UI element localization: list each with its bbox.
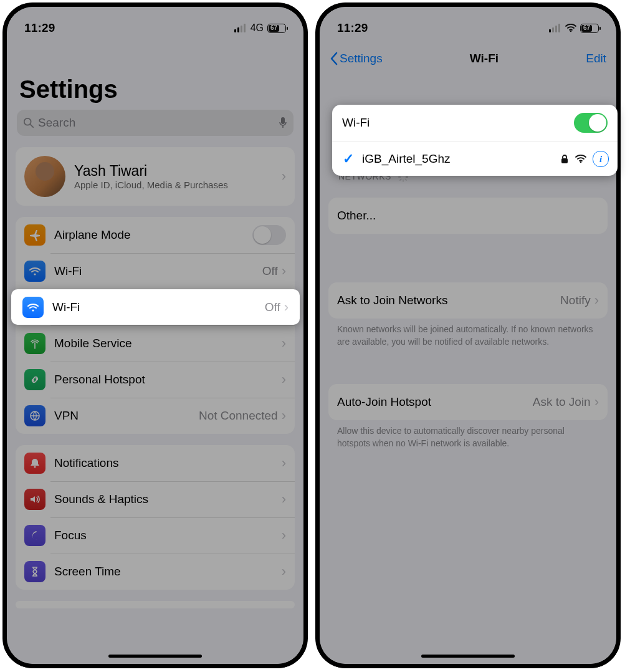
profile-sub: Apple ID, iCloud, Media & Purchases — [74, 180, 278, 190]
row-label: Mobile Service — [54, 337, 278, 350]
svg-point-8 — [34, 273, 36, 275]
row-label: Auto-Join Hotspot — [337, 395, 533, 409]
row-value: Notify — [560, 294, 591, 307]
search-input[interactable]: Search — [17, 110, 294, 136]
chevron-right-icon: › — [278, 408, 286, 424]
cellular-icon — [549, 24, 561, 32]
cellular-icon — [234, 24, 247, 32]
row-screentime[interactable]: Screen Time › — [16, 554, 295, 590]
mic-icon — [279, 117, 287, 129]
row-vpn[interactable]: VPN Not Connected › — [16, 398, 295, 434]
row-wifi[interactable]: Wi-Fi Off › — [16, 253, 295, 289]
wifi-status-icon — [565, 24, 576, 32]
networks-header: NETWORKS — [320, 153, 616, 186]
row-label: Sounds & Haptics — [54, 492, 278, 506]
airplane-icon — [24, 224, 45, 246]
svg-rect-11 — [549, 29, 551, 32]
ask-footer: Known networks will be joined automatica… — [320, 319, 616, 348]
status-bar: 11:29 67 — [320, 7, 616, 46]
row-label: Airplane Mode — [54, 228, 252, 242]
row-other[interactable]: Other... — [328, 198, 608, 234]
row-focus[interactable]: Focus › — [16, 517, 295, 554]
row-value: On — [262, 300, 277, 314]
ask-card: Ask to Join Networks Notify › — [328, 282, 608, 319]
networks-card: Other... — [328, 198, 608, 234]
chevron-right-icon: › — [278, 263, 286, 279]
row-label: Wi-Fi — [54, 264, 262, 278]
avatar — [24, 156, 65, 197]
edit-button[interactable]: Edit — [586, 52, 606, 65]
row-label: Notifications — [54, 456, 278, 470]
search-icon — [23, 117, 34, 128]
profile-name: Yash Tiwari — [74, 163, 278, 180]
profile-card[interactable]: Yash Tiwari Apple ID, iCloud, Media & Pu… — [16, 147, 295, 206]
row-label: Screen Time — [54, 565, 278, 578]
row-mobile-service[interactable]: Mobile Service › — [16, 325, 295, 362]
svg-line-22 — [400, 180, 401, 181]
row-auto-join[interactable]: Auto-Join Hotspot Ask to Join › — [328, 384, 608, 420]
chevron-right-icon: › — [278, 564, 286, 580]
row-value: Off — [262, 264, 278, 278]
globe-icon — [24, 405, 45, 426]
chevron-right-icon: › — [591, 394, 599, 410]
svg-rect-13 — [555, 26, 557, 32]
chevron-right-icon: › — [278, 491, 286, 507]
settings-group-system: Notifications › Sounds & Haptics › Focus… — [16, 445, 295, 590]
row-ask-join[interactable]: Ask to Join Networks Notify › — [328, 282, 608, 319]
wifi-screen: 11:29 67 Settings Wi-Fi Edit — [320, 7, 616, 664]
svg-rect-6 — [281, 117, 285, 124]
svg-rect-1 — [237, 27, 239, 32]
nav-title: Wi-Fi — [470, 52, 499, 65]
settings-group-connectivity: Airplane Mode Wi-Fi Off › Bluetooth On › — [16, 217, 295, 434]
auto-card: Auto-Join Hotspot Ask to Join › — [328, 384, 608, 420]
svg-line-23 — [406, 174, 407, 175]
row-value: Ask to Join — [533, 395, 591, 409]
settings-screen: 11:29 4G 67 Settings Search — [7, 7, 303, 664]
row-airplane[interactable]: Airplane Mode — [16, 217, 295, 253]
chevron-left-icon — [330, 52, 338, 65]
status-time: 11:29 — [337, 21, 368, 35]
row-label: Bluetooth — [54, 300, 262, 314]
svg-point-15 — [570, 31, 572, 32]
chevron-right-icon: › — [278, 527, 286, 544]
spinner-icon — [398, 171, 409, 183]
chevron-right-icon: › — [278, 372, 286, 388]
svg-line-5 — [31, 125, 34, 128]
search-placeholder: Search — [38, 116, 275, 130]
antenna-icon — [24, 333, 45, 354]
page-title: Settings — [7, 46, 303, 107]
row-notifications[interactable]: Notifications › — [16, 445, 295, 481]
settings-group-peek — [16, 601, 295, 608]
speaker-icon — [24, 489, 45, 510]
row-label: Other... — [337, 209, 599, 223]
chevron-right-icon: › — [278, 335, 286, 352]
bluetooth-icon — [24, 297, 45, 318]
row-bluetooth[interactable]: Bluetooth On › — [16, 289, 295, 325]
row-label: VPN — [54, 409, 199, 423]
row-label: Ask to Join Networks — [337, 294, 560, 307]
chevron-right-icon: › — [591, 292, 599, 309]
row-sounds[interactable]: Sounds & Haptics › — [16, 481, 295, 517]
svg-rect-2 — [241, 26, 242, 32]
home-indicator[interactable] — [108, 655, 202, 658]
back-label: Settings — [340, 52, 383, 65]
status-bar: 11:29 4G 67 — [7, 7, 303, 46]
network-label: 4G — [251, 22, 264, 34]
back-button[interactable]: Settings — [330, 52, 383, 65]
wifi-icon — [24, 261, 45, 282]
airplane-toggle[interactable] — [252, 225, 286, 245]
svg-point-4 — [24, 118, 31, 125]
chevron-right-icon: › — [278, 455, 286, 471]
hourglass-icon — [24, 561, 45, 582]
svg-rect-3 — [244, 24, 246, 32]
row-hotspot[interactable]: Personal Hotspot › — [16, 362, 295, 398]
bell-icon — [24, 453, 45, 474]
svg-point-10 — [34, 466, 36, 468]
home-indicator[interactable] — [421, 655, 515, 658]
row-value: Not Connected — [199, 409, 278, 423]
battery-icon: 67 — [580, 24, 599, 33]
auto-footer: Allow this device to automatically disco… — [320, 420, 616, 449]
nav-bar: Settings Wi-Fi Edit — [320, 46, 616, 72]
svg-rect-14 — [558, 24, 560, 32]
svg-rect-0 — [234, 29, 236, 32]
